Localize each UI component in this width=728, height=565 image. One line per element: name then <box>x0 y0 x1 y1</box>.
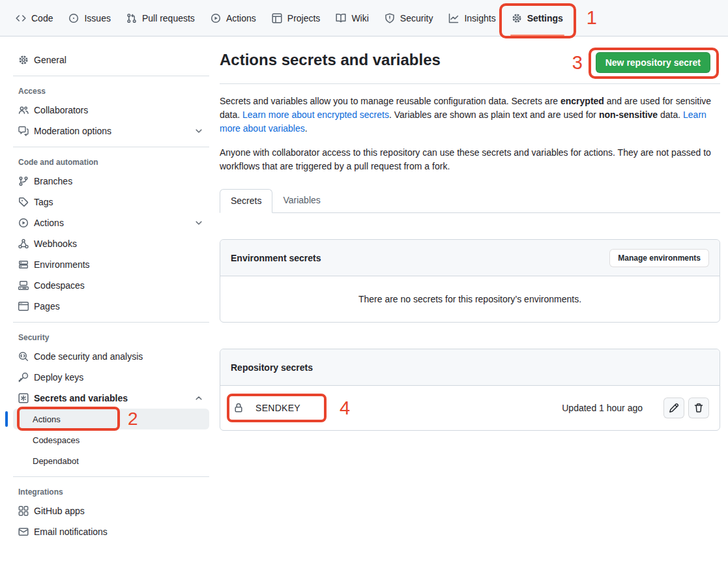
chevron-down-icon <box>194 126 204 136</box>
settings-sidebar: General Access Collaborators Moderation … <box>0 36 220 553</box>
codescan-icon <box>18 351 29 362</box>
git-branch-icon <box>18 176 29 186</box>
environment-secrets-title: Environment secrets <box>231 253 321 263</box>
secrets-variables-tabnav: Secrets Variables <box>220 189 720 213</box>
tab-variables[interactable]: Variables <box>272 189 330 212</box>
sidebar-item-github-apps[interactable]: GitHub apps <box>13 500 209 521</box>
active-item-accent-bar <box>5 411 8 427</box>
sidebar-divider <box>13 476 209 477</box>
codespaces-icon <box>18 280 29 291</box>
sidebar-item-environments[interactable]: Environments <box>13 254 209 275</box>
sidebar-section-integrations: Integrations <box>18 487 209 497</box>
edit-secret-button[interactable] <box>663 398 684 418</box>
server-icon <box>18 259 29 270</box>
tab-issues[interactable]: Issues <box>63 7 115 29</box>
sidebar-divider <box>13 76 209 76</box>
chevron-up-icon <box>194 393 204 403</box>
tab-projects[interactable]: Projects <box>267 7 326 29</box>
sidebar-item-moderation-options[interactable]: Moderation options <box>13 121 209 141</box>
sidebar-divider <box>13 322 209 323</box>
sidebar-subitem-dependabot[interactable]: Dependabot <box>13 450 209 471</box>
delete-secret-button[interactable] <box>688 398 709 418</box>
browser-icon <box>18 301 29 311</box>
tab-code[interactable]: Code <box>10 7 58 29</box>
environment-secrets-header: Environment secrets Manage environments <box>220 240 720 276</box>
webhook-icon <box>18 239 29 249</box>
sidebar-item-actions[interactable]: Actions <box>13 212 209 233</box>
sidebar-item-code-security[interactable]: Code security and analysis <box>13 346 209 367</box>
secret-name-group: SENDKEY 4 <box>233 403 300 413</box>
key-icon <box>18 372 29 383</box>
sidebar-section-code-and-automation: Code and automation <box>18 158 209 167</box>
play-icon <box>211 13 221 23</box>
lock-icon <box>233 403 244 413</box>
gear-icon <box>18 55 29 65</box>
tab-actions[interactable]: Actions <box>205 7 261 29</box>
apps-icon <box>18 506 29 516</box>
sidebar-item-tags[interactable]: Tags <box>13 192 209 212</box>
repository-secrets-header: Repository secrets <box>220 349 720 386</box>
sidebar-section-access: Access <box>18 87 209 96</box>
page-header: Actions secrets and variables New reposi… <box>220 50 720 84</box>
repository-secrets-box: Repository secrets SENDKEY 4 Updated 1 h… <box>220 349 720 431</box>
annotation-step-1: 1 <box>587 8 597 27</box>
inline-link[interactable]: Learn more about encrypted secrets <box>242 109 389 120</box>
gear-icon <box>512 13 522 23</box>
secret-row: SENDKEY 4 Updated 1 hour ago <box>220 386 720 430</box>
sidebar-section-security: Security <box>18 333 209 342</box>
pencil-icon <box>669 403 679 413</box>
intro-text: Secrets and variables allow you to manag… <box>220 94 720 136</box>
annotation-step-4: 4 <box>340 399 350 418</box>
tab-insights[interactable]: Insights <box>443 7 501 29</box>
environment-secrets-box: Environment secrets Manage environments … <box>220 239 720 323</box>
table-icon <box>272 13 282 23</box>
graph-icon <box>448 13 459 23</box>
sidebar-subitem-codespaces[interactable]: Codespaces <box>13 429 209 450</box>
secret-name: SENDKEY <box>255 403 300 413</box>
tab-wiki[interactable]: Wiki <box>330 7 373 29</box>
repo-tab-bar: Code Issues Pull requests Actions Projec… <box>0 0 728 36</box>
tab-secrets[interactable]: Secrets <box>220 189 272 213</box>
tab-security[interactable]: Security <box>379 7 439 29</box>
empty-state-text: There are no secrets for this repository… <box>358 294 581 304</box>
sidebar-item-pages[interactable]: Pages <box>13 296 209 317</box>
environment-secrets-empty: There are no secrets for this repository… <box>220 276 720 322</box>
annotation-step-3: 3 <box>572 53 583 72</box>
sidebar-subitem-actions[interactable]: Actions 2 <box>13 409 209 429</box>
secret-updated-timestamp: Updated 1 hour ago <box>562 403 643 413</box>
code-icon <box>16 13 26 23</box>
annotation-step-2: 2 <box>128 410 138 428</box>
page-title: Actions secrets and variables <box>220 50 441 70</box>
active-tab-underline <box>510 35 564 36</box>
sidebar-divider <box>13 147 209 147</box>
mail-icon <box>18 527 29 537</box>
sidebar-item-branches[interactable]: Branches <box>13 171 209 192</box>
main-content: Actions secrets and variables New reposi… <box>220 36 728 431</box>
manage-environments-button[interactable]: Manage environments <box>609 249 709 267</box>
issue-opened-icon <box>68 13 79 23</box>
git-pull-request-icon <box>126 13 137 23</box>
shield-icon <box>385 13 395 23</box>
sidebar-item-webhooks[interactable]: Webhooks <box>13 233 209 254</box>
book-icon <box>336 13 346 23</box>
comment-discussion-icon <box>18 126 29 136</box>
tab-pull-requests[interactable]: Pull requests <box>121 7 200 29</box>
sidebar-item-email-notifications[interactable]: Email notifications <box>13 521 209 542</box>
new-repository-secret-button[interactable]: New repository secret <box>596 52 710 73</box>
collaborator-note: Anyone with collaborator access to this … <box>220 146 720 173</box>
sidebar-item-secrets-and-variables[interactable]: Secrets and variables <box>13 388 209 409</box>
trash-icon <box>693 403 704 413</box>
sidebar-item-general[interactable]: General <box>13 50 209 70</box>
chevron-down-icon <box>194 218 204 228</box>
sidebar-item-codespaces[interactable]: Codespaces <box>13 275 209 296</box>
sidebar-item-collaborators[interactable]: Collaborators <box>13 100 209 121</box>
key-asterisk-icon <box>18 393 29 403</box>
sidebar-item-deploy-keys[interactable]: Deploy keys <box>13 367 209 388</box>
repository-secrets-title: Repository secrets <box>231 362 313 373</box>
tag-icon <box>18 197 29 207</box>
tab-settings[interactable]: Settings 1 <box>506 7 568 29</box>
play-icon <box>18 218 29 228</box>
people-icon <box>18 105 29 115</box>
